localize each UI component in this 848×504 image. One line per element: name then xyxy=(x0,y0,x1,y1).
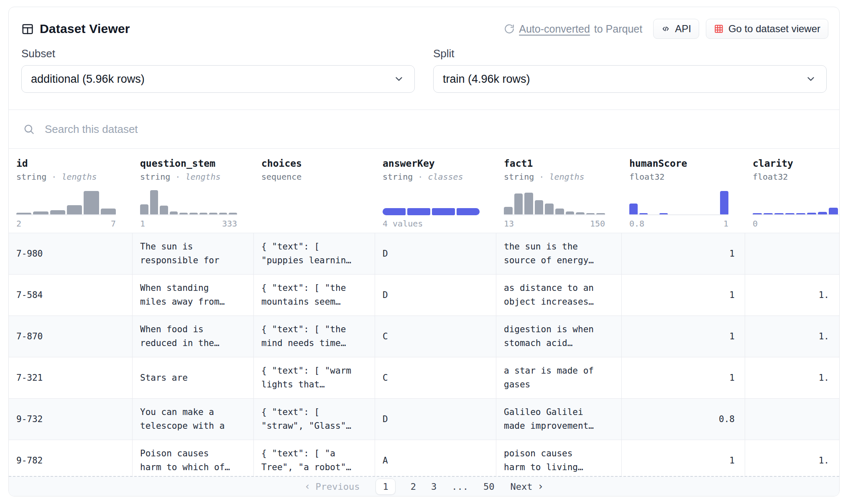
subset-select[interactable]: additional (5.96k rows) xyxy=(21,65,415,93)
previous-button[interactable]: ‹ Previous xyxy=(304,481,360,492)
histogram-bar xyxy=(84,191,99,214)
cell-text: 7-980 xyxy=(16,247,43,261)
histogram-bar xyxy=(545,204,554,214)
cell-text: 1 xyxy=(729,454,735,468)
cell-text: D xyxy=(383,288,388,302)
cell-text: 1. xyxy=(819,288,829,302)
subset-selected-value: additional (5.96k rows) xyxy=(31,73,145,86)
column-header-id: idstring · lengths27 xyxy=(9,158,133,233)
column-type-main: float32 xyxy=(753,172,788,182)
page-button-3[interactable]: 3 xyxy=(431,481,437,492)
cell-answerKey: D xyxy=(375,233,496,274)
cell-text: Stars are xyxy=(140,371,188,385)
subset-control: Subset additional (5.96k rows) xyxy=(21,47,415,93)
histogram-bars xyxy=(140,190,237,215)
cell-answerKey: D xyxy=(375,398,496,440)
cell-clarity: 1. xyxy=(745,440,839,476)
dataset-viewer-page: Dataset Viewer Auto-converted to Parquet xyxy=(0,0,848,504)
next-button[interactable]: Next › xyxy=(510,481,543,492)
cell-text: 9-782 xyxy=(16,454,43,468)
histogram-bar xyxy=(566,211,575,214)
column-type: string · lengths xyxy=(140,172,237,182)
page-button-...[interactable]: ... xyxy=(452,481,468,492)
cell-fact1: poison causes harm to living… xyxy=(496,440,622,476)
code-icon xyxy=(661,24,670,33)
header-actions: Auto-converted to Parquet API xyxy=(504,19,828,39)
cell-question_stem: Stars are xyxy=(133,357,254,398)
chevron-down-icon xyxy=(393,74,404,84)
column-type-main: string xyxy=(16,172,46,182)
cell-clarity xyxy=(745,233,839,274)
column-type-main: string xyxy=(504,172,534,182)
cell-text: C xyxy=(383,371,388,385)
search-bar xyxy=(9,109,839,149)
histogram-bar xyxy=(639,213,648,214)
auto-converted-underlined: Auto-converted xyxy=(519,23,590,35)
cell-id: 9-732 xyxy=(9,398,133,440)
search-input[interactable] xyxy=(44,122,827,136)
histogram-bar xyxy=(50,210,65,214)
column-type: string · lengths xyxy=(504,172,605,182)
column-type-main: sequence xyxy=(261,172,301,182)
cell-humanScore: 1 xyxy=(622,274,745,316)
column-histogram xyxy=(16,189,116,215)
cell-text: 1 xyxy=(729,288,735,302)
page-button-2[interactable]: 2 xyxy=(411,481,416,492)
title-wrap: Dataset Viewer xyxy=(21,22,130,36)
histogram-min-label: 0 xyxy=(753,219,758,229)
histogram-bar xyxy=(586,213,595,214)
auto-converted-link[interactable]: Auto-converted to Parquet xyxy=(504,23,642,35)
chevron-left-icon: ‹ xyxy=(304,481,310,492)
histogram-bar xyxy=(209,213,217,214)
class-segments-bar xyxy=(383,208,480,215)
table-row: 7-870When food is reduced in the…{ "text… xyxy=(9,316,839,357)
goto-dataset-viewer-button[interactable]: Go to dataset viewer xyxy=(706,19,828,39)
cell-fact1: as distance to an object increases… xyxy=(496,274,622,316)
api-button[interactable]: API xyxy=(653,19,699,39)
histogram-max-label: 1 xyxy=(723,219,728,229)
column-name: answerKey xyxy=(383,158,435,169)
cell-question_stem: You can make a telescope with a xyxy=(133,398,254,440)
cell-fact1: digestion is when stomach acid… xyxy=(496,316,622,357)
table-row: 7-980The sun is responsible for{ "text":… xyxy=(9,233,839,274)
histogram-bars xyxy=(16,191,116,215)
split-select[interactable]: train (4.96k rows) xyxy=(433,65,827,93)
card-header: Dataset Viewer Auto-converted to Parquet xyxy=(9,7,839,41)
table-row: 9-732You can make a telescope with a{ "t… xyxy=(9,398,839,440)
histogram-bar xyxy=(189,213,198,214)
cell-text: D xyxy=(383,412,388,426)
goto-button-label: Go to dataset viewer xyxy=(728,23,820,35)
histogram-bar xyxy=(576,212,585,214)
cell-text: { "text": [ "puppies learnin… xyxy=(261,240,351,267)
column-type-main: string xyxy=(140,172,170,182)
histogram-bar xyxy=(629,204,638,214)
page-button-1[interactable]: 1 xyxy=(375,479,395,495)
page-button-50[interactable]: 50 xyxy=(483,481,495,492)
column-type: string · lengths xyxy=(16,172,116,182)
histogram-min-label: 4 values xyxy=(383,219,423,229)
cell-question_stem: The sun is responsible for xyxy=(133,233,254,274)
histogram-bar xyxy=(753,213,762,214)
cell-humanScore: 1 xyxy=(622,233,745,274)
column-header-humanScore: humanScorefloat320.81 xyxy=(622,158,745,233)
cell-fact1: the sun is the source of energy… xyxy=(496,233,622,274)
column-name: humanScore xyxy=(629,158,687,169)
cell-text: digestion is when stomach acid… xyxy=(504,323,594,350)
cell-text: A xyxy=(383,454,388,468)
column-type: string · classes xyxy=(383,172,480,182)
column-histogram xyxy=(261,189,358,215)
search-icon xyxy=(23,123,35,135)
histogram-bar xyxy=(514,193,523,214)
histogram-min-label: 13 xyxy=(504,219,514,229)
column-histogram xyxy=(629,189,728,215)
cell-text: { "text": [ "a Tree", "a robot"… xyxy=(261,447,351,474)
histogram-labels: 13150 xyxy=(504,219,605,229)
histogram-bar xyxy=(524,193,533,214)
column-name: question_stem xyxy=(140,158,215,169)
cell-text: When food is reduced in the… xyxy=(140,323,220,350)
histogram-bars xyxy=(629,191,728,215)
histogram-bar xyxy=(219,213,227,214)
histogram-bar xyxy=(596,213,605,214)
auto-converted-rest: to Parquet xyxy=(594,23,642,35)
cell-text: Galileo Galilei made improvement… xyxy=(504,405,594,433)
